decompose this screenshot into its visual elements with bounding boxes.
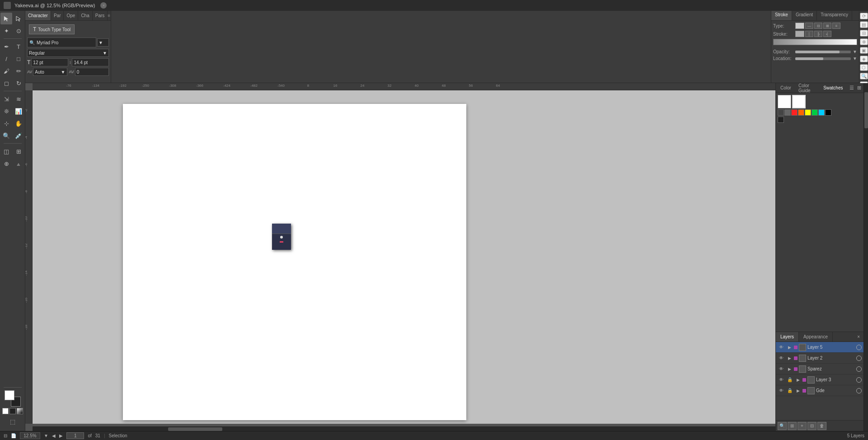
h-scrollbar-thumb[interactable] <box>168 427 222 431</box>
layer-2-visibility[interactable]: 👁 <box>778 355 785 362</box>
pencil-tool[interactable]: ✏ <box>13 65 24 77</box>
properties-button-2[interactable]: ▤ <box>860 21 868 28</box>
sparez-target[interactable] <box>856 366 862 372</box>
scale-tool[interactable]: ⇲ <box>0 93 12 105</box>
magic-wand-tool[interactable]: ✦ <box>0 25 12 37</box>
layer-2-expand[interactable]: ▶ <box>786 355 793 361</box>
swatch-item-cyan[interactable] <box>818 109 825 116</box>
stroke-type-btn-4[interactable]: ≡ <box>832 23 840 29</box>
layer-3-lock[interactable]: 🔒 <box>786 376 793 384</box>
properties-button-1[interactable]: ⟳ <box>860 13 868 19</box>
gde-target[interactable] <box>856 388 862 393</box>
vertical-scrollbar[interactable] <box>863 83 868 431</box>
tab-appearance[interactable]: Appearance <box>799 332 833 342</box>
layers-find-btn[interactable]: 🔍 <box>778 422 787 430</box>
properties-button-8[interactable]: 🔍 <box>860 73 868 80</box>
gde-visibility[interactable]: 👁 <box>778 387 785 394</box>
zoom-arrow[interactable]: ▼ <box>44 433 48 438</box>
black-swatch[interactable] <box>9 408 16 414</box>
selection-tool[interactable] <box>0 13 12 24</box>
layer-3-expand[interactable]: ▶ <box>795 377 801 383</box>
document-preview[interactable] <box>272 224 291 250</box>
swatch-white-border[interactable] <box>792 95 806 108</box>
properties-button-6[interactable]: ◈ <box>860 56 868 62</box>
stroke-type-btn-3[interactable]: ⊠ <box>823 23 831 29</box>
artboard[interactable] <box>123 104 466 420</box>
stroke-type-btn-2[interactable]: ⊟ <box>814 23 822 29</box>
tracking-input[interactable] <box>75 68 109 76</box>
layers-duplicate-btn[interactable]: ⊟ <box>807 422 816 430</box>
brush-tool[interactable]: 🖌 <box>0 65 12 77</box>
layers-delete-btn[interactable]: 🗑 <box>817 422 826 430</box>
stroke-type-btn-1[interactable]: — <box>805 23 813 29</box>
warp-tool[interactable]: ≋ <box>13 93 24 105</box>
layers-panel-close[interactable]: × <box>854 334 863 339</box>
direct-selection-tool[interactable] <box>13 13 24 24</box>
location-dropdown-arrow[interactable]: ▼ <box>853 56 857 61</box>
tab-color-guide[interactable]: Color Guide <box>796 83 819 93</box>
gradient-tool[interactable]: ◫ <box>0 145 12 157</box>
tab-para-styles[interactable]: Pars <box>93 11 108 20</box>
opacity-dropdown-arrow[interactable]: ▼ <box>853 49 857 54</box>
opacity-slider[interactable] <box>795 51 851 53</box>
tab-swatches[interactable]: Swatches <box>821 83 845 93</box>
layer-2-target[interactable] <box>856 356 862 361</box>
chart-tool[interactable]: 📊 <box>13 105 24 117</box>
swatch-item-red[interactable] <box>791 109 798 116</box>
tab-color[interactable]: Color <box>778 83 794 93</box>
nav-prev[interactable]: ◀ <box>52 433 56 438</box>
properties-button-7[interactable]: ⬡ <box>860 64 868 71</box>
font-search-input[interactable] <box>37 40 94 45</box>
shape-builder-tool[interactable]: ⊕ <box>0 158 12 169</box>
stroke-style-btn-2[interactable]: ╠ <box>814 31 822 37</box>
font-dropdown-btn[interactable]: ▼ <box>97 38 109 47</box>
tab-gradient[interactable]: Gradient <box>792 11 817 20</box>
layer-row-sparez[interactable]: 👁 ▶ Sparez <box>776 364 863 374</box>
type-tool[interactable]: T <box>13 41 24 52</box>
layer-5-target[interactable] <box>856 345 862 350</box>
layer-row-gde[interactable]: 👁 🔒 ▶ Gde <box>776 385 863 396</box>
layer-row-5[interactable]: 👁 ▶ Layer 5 <box>776 342 863 353</box>
stroke-style-btn-3[interactable]: ╡ <box>823 31 831 37</box>
horizontal-scrollbar[interactable] <box>33 426 775 431</box>
swatch-item-dark[interactable] <box>778 117 784 123</box>
lasso-tool[interactable]: ⊙ <box>13 25 24 37</box>
tab-stroke[interactable]: Stroke <box>771 11 792 20</box>
layer-3-visibility[interactable]: 👁 <box>778 376 785 384</box>
stroke-color-box[interactable] <box>795 23 804 29</box>
mesh-tool[interactable]: ⊞ <box>13 145 24 157</box>
pen-tool[interactable]: ✒ <box>0 41 12 52</box>
close-button[interactable]: × <box>100 2 107 9</box>
zoom-display[interactable]: 12.5% <box>20 432 40 439</box>
swatches-list-view-btn[interactable]: ☰ <box>849 84 854 92</box>
swatches-grid-view-btn[interactable]: ⊞ <box>856 84 862 92</box>
swatch-item-green[interactable] <box>812 109 818 116</box>
gradient-swatch[interactable] <box>17 408 23 414</box>
tab-opentype[interactable]: Ope <box>64 11 78 20</box>
canvas-area[interactable]: -76 -134 -192 -250 -308 -366 -424 -482 -… <box>25 83 775 431</box>
rotate-tool[interactable]: ↻ <box>13 77 24 89</box>
v-scrollbar-thumb[interactable] <box>864 92 868 128</box>
layers-new-layer-btn[interactable]: + <box>798 422 807 430</box>
layer-row-2[interactable]: 👁 ▶ Layer 2 <box>776 353 863 364</box>
line-tool[interactable]: / <box>0 53 12 65</box>
leading-input[interactable] <box>72 58 109 66</box>
tab-layers[interactable]: Layers <box>776 332 799 342</box>
layer-3-target[interactable] <box>856 377 862 383</box>
eraser-tool[interactable]: ◻ <box>0 77 12 89</box>
properties-button-4[interactable]: ⊕ <box>860 38 868 45</box>
properties-button-5[interactable]: ▣ <box>860 47 868 54</box>
layers-clip-btn[interactable]: ⊞ <box>788 422 797 430</box>
tab-character[interactable]: Character <box>25 11 51 20</box>
rect-tool[interactable]: □ <box>13 53 24 65</box>
none-swatch[interactable] <box>2 408 9 414</box>
layer-row-3[interactable]: 👁 🔒 ▶ Layer 3 <box>776 374 863 385</box>
layer-5-expand[interactable]: ▶ <box>786 344 793 351</box>
char-panel-menu[interactable]: ≡ <box>108 13 110 18</box>
swatch-item-gray[interactable] <box>784 109 791 116</box>
gde-expand[interactable]: ▶ <box>795 388 801 394</box>
swatch-white[interactable] <box>778 95 791 108</box>
tab-paragraph[interactable]: Par <box>51 11 64 20</box>
hand-tool[interactable]: ✋ <box>13 117 24 129</box>
nav-next[interactable]: ▶ <box>59 433 63 438</box>
